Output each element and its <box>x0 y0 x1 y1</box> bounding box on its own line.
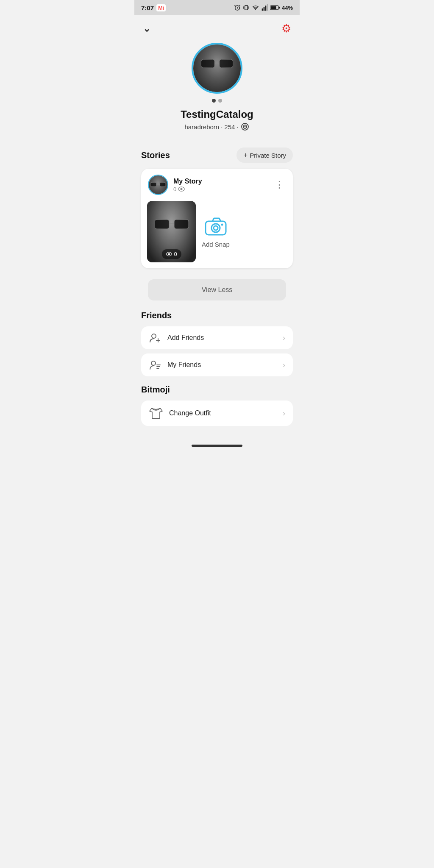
svg-rect-10 <box>201 59 215 68</box>
private-story-label: Private Story <box>250 152 286 159</box>
friends-section: Friends Add Friends › My Friends › <box>134 311 300 376</box>
stories-section: Stories + Private Story My Story 0 <box>134 147 300 268</box>
story-card-header: My Story 0 ⋮ <box>141 169 293 201</box>
svg-rect-8 <box>271 6 276 9</box>
bitmoji-title: Bitmoji <box>141 385 293 395</box>
home-bar-line <box>192 445 242 447</box>
profile-handle: haradreborn <box>184 123 219 131</box>
story-views: 0 <box>173 186 268 192</box>
profile-section: TestingCatalog haradreborn · 254 · <box>134 39 300 139</box>
snapcode-icon <box>240 123 250 131</box>
change-outfit-label: Change Outfit <box>169 409 277 417</box>
story-view-count: 0 <box>173 186 176 192</box>
story-avatar-glasses <box>150 181 166 187</box>
profile-name: TestingCatalog <box>181 108 253 120</box>
add-snap-label: Add Snap <box>202 241 230 248</box>
camera-icon <box>205 215 227 237</box>
svg-rect-11 <box>220 59 233 68</box>
add-friends-label: Add Friends <box>167 334 277 342</box>
dot-1 <box>212 99 216 103</box>
add-snap-area[interactable]: Add Snap <box>202 215 230 248</box>
battery-icon <box>270 5 280 11</box>
chevron-right-icon: › <box>283 334 285 342</box>
view-less-button[interactable]: View Less <box>148 279 286 300</box>
thumbnail-view-count: 0 <box>174 251 177 257</box>
svg-rect-3 <box>262 8 263 11</box>
story-info: My Story 0 <box>173 178 268 192</box>
status-time: 7:07 <box>141 4 154 11</box>
chevron-down-button[interactable]: ⌄ <box>143 23 150 34</box>
profile-meta: haradreborn · 254 · <box>184 123 249 131</box>
status-bar: 7:07 Mi 44% <box>134 0 300 15</box>
header: ⌄ ⚙ <box>134 15 300 39</box>
signal-icon <box>262 4 268 11</box>
avatar-container[interactable] <box>192 43 242 94</box>
svg-rect-4 <box>264 7 265 11</box>
avatar-image <box>193 45 241 92</box>
private-story-button[interactable]: + Private Story <box>236 147 293 163</box>
view-less-container: View Less <box>134 273 300 300</box>
story-card: My Story 0 ⋮ <box>141 169 293 268</box>
svg-point-35 <box>151 361 156 365</box>
stories-title: Stories <box>141 150 170 160</box>
friend-count: 254 <box>224 123 235 131</box>
battery-percent: 44% <box>282 5 293 11</box>
badge-eye-icon <box>166 252 172 256</box>
thumbnail-badge: 0 <box>161 249 181 259</box>
home-bar <box>134 439 300 451</box>
svg-rect-19 <box>160 182 166 186</box>
svg-point-2 <box>255 9 256 10</box>
avatar-ring <box>192 43 242 94</box>
glasses-overlay <box>201 57 233 70</box>
alarm-icon <box>234 4 241 11</box>
my-friends-item[interactable]: My Friends › <box>141 353 293 376</box>
svg-rect-9 <box>279 7 280 9</box>
add-friends-item[interactable]: Add Friends › <box>141 326 293 349</box>
svg-rect-18 <box>150 182 156 186</box>
dots-indicator <box>212 99 222 103</box>
chevron-right-icon-3: › <box>283 409 285 418</box>
thumbnail-glasses <box>155 217 189 231</box>
story-name: My Story <box>173 178 268 185</box>
story-card-content: 0 Add Snap <box>141 201 293 268</box>
svg-point-31 <box>221 224 223 226</box>
svg-rect-5 <box>265 6 267 11</box>
wifi-icon <box>252 4 259 11</box>
svg-point-17 <box>244 126 245 128</box>
change-outfit-icon <box>149 407 163 419</box>
svg-point-27 <box>168 253 170 255</box>
story-avatar[interactable] <box>148 175 168 195</box>
svg-point-22 <box>181 188 183 190</box>
dot-2 <box>218 99 222 103</box>
svg-rect-1 <box>245 6 248 10</box>
svg-point-32 <box>152 334 156 338</box>
my-friends-icon <box>149 360 161 370</box>
svg-rect-24 <box>174 220 189 229</box>
svg-rect-23 <box>155 220 169 229</box>
my-friends-label: My Friends <box>167 361 277 369</box>
mi-icon: Mi <box>156 4 166 11</box>
svg-point-29 <box>211 224 220 232</box>
svg-point-30 <box>214 226 218 230</box>
three-dots-menu[interactable]: ⋮ <box>273 178 286 192</box>
status-icons: 44% <box>234 4 293 11</box>
bitmoji-section: Bitmoji Change Outfit › <box>134 385 300 426</box>
friends-title: Friends <box>141 311 293 320</box>
svg-rect-6 <box>267 4 268 11</box>
vibrate-icon <box>243 4 250 11</box>
stories-header: Stories + Private Story <box>141 147 293 163</box>
settings-icon[interactable]: ⚙ <box>281 22 291 35</box>
add-friend-icon <box>149 333 161 342</box>
story-thumbnail[interactable]: 0 <box>147 201 196 262</box>
chevron-right-icon-2: › <box>283 361 285 370</box>
eye-icon <box>178 186 185 192</box>
change-outfit-item[interactable]: Change Outfit › <box>141 401 293 426</box>
